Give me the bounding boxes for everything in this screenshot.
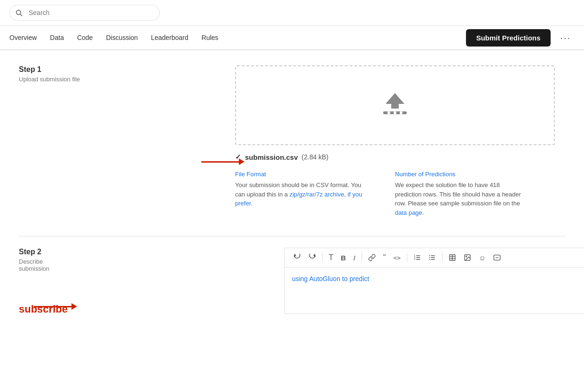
svg-text:3: 3: [414, 258, 415, 260]
step1-sublabel: Upload submission file: [19, 76, 235, 83]
nav-links: Overview Data Code Discussion Leaderboar…: [9, 26, 466, 49]
step2-right: T B I " <> 123: [68, 248, 584, 314]
main-content: Step 1 Upload submission file: [0, 50, 584, 349]
section-divider: [19, 236, 565, 236]
search-icon-wrap: [9, 5, 160, 21]
svg-point-16: [429, 255, 430, 256]
nav-bar: Overview Data Code Discussion Leaderboar…: [0, 26, 584, 50]
predictions-col: Number of Predictions We expect the solu…: [395, 171, 527, 217]
svg-point-17: [429, 257, 430, 258]
file-size: (2.84 kB): [302, 153, 329, 161]
toolbar-redo[interactable]: [305, 251, 319, 264]
toolbar-code[interactable]: <>: [390, 252, 404, 264]
upload-icon: [379, 91, 411, 120]
step2-row: Step 2 Describe submission subscribe: [19, 248, 565, 315]
nav-link-code[interactable]: Code: [77, 26, 93, 49]
toolbar-image[interactable]: [460, 251, 474, 264]
file-format-col: File Format Your submission should be in…: [235, 171, 367, 217]
step1-arrow: [201, 158, 245, 165]
file-name: submission.csv: [245, 153, 298, 161]
nav-link-leaderboard[interactable]: Leaderboard: [151, 26, 188, 49]
toolbar-embed[interactable]: [490, 251, 504, 264]
search-input[interactable]: [9, 5, 160, 21]
toolbar-undo[interactable]: [290, 251, 304, 264]
step1-right: ✓ submission.csv (2.84 kB) File Format Y…: [235, 65, 565, 217]
svg-marker-2: [386, 93, 404, 109]
toolbar-table[interactable]: [445, 251, 459, 264]
nav-right: Submit Predictions ···: [466, 29, 575, 47]
svg-point-5: [394, 111, 396, 114]
nav-link-rules[interactable]: Rules: [202, 26, 219, 49]
file-format-title: File Format: [235, 171, 367, 178]
toolbar-unordered-list[interactable]: [425, 251, 439, 264]
toolbar-italic[interactable]: I: [350, 251, 359, 264]
step2-sublabel: Describe submission: [19, 258, 68, 272]
toolbar-bold[interactable]: B: [338, 251, 349, 264]
svg-point-6: [400, 111, 402, 114]
toolbar-divider-3: [407, 253, 407, 262]
step2-arrow-head: [71, 303, 77, 310]
svg-point-4: [387, 111, 390, 114]
step1-left: Step 1 Upload submission file: [19, 65, 235, 90]
svg-line-1: [20, 14, 22, 16]
file-format-text: Your submission should be in CSV format.…: [235, 180, 367, 208]
toolbar-link[interactable]: [365, 251, 379, 264]
editor-toolbar: T B I " <> 123: [284, 248, 584, 267]
toolbar-emoji[interactable]: ☺: [475, 251, 489, 264]
toolbar-divider-2: [362, 253, 362, 262]
toolbar-quote[interactable]: ": [380, 251, 389, 264]
more-options-button[interactable]: ···: [556, 31, 575, 45]
nav-link-data[interactable]: Data: [50, 26, 64, 49]
predictions-text: We expect the solution file to have 418 …: [395, 180, 527, 217]
step1-section: Step 1 Upload submission file: [19, 65, 565, 217]
step1-label: Step 1: [19, 65, 235, 74]
data-page-link[interactable]: data page: [395, 209, 422, 216]
step2-section: Step 2 Describe submission subscribe: [19, 248, 565, 315]
nav-link-overview[interactable]: Overview: [9, 26, 37, 49]
step1-arrow-line: [201, 161, 239, 163]
step1-row: Step 1 Upload submission file: [19, 65, 565, 217]
predictions-title: Number of Predictions: [395, 171, 527, 178]
search-icon: [15, 9, 23, 16]
step2-label: Step 2: [19, 248, 68, 256]
submit-predictions-button[interactable]: Submit Predictions: [466, 29, 551, 47]
svg-point-24: [466, 256, 467, 257]
info-columns: File Format Your submission should be in…: [235, 171, 565, 217]
toolbar-ordered-list[interactable]: 123: [410, 251, 424, 264]
step1-arrow-head: [239, 158, 245, 165]
file-info-row: ✓ submission.csv (2.84 kB): [235, 153, 565, 161]
editor-content: using AutoGluon to predict: [292, 275, 369, 282]
step2-arrow-line: [34, 306, 71, 307]
toolbar-divider-1: [322, 253, 323, 262]
upload-dropzone[interactable]: [235, 65, 555, 145]
svg-point-18: [429, 259, 430, 260]
step2-left: Step 2 Describe submission subscribe: [19, 248, 68, 315]
step2-arrow: [34, 303, 77, 310]
nav-link-discussion[interactable]: Discussion: [106, 26, 138, 49]
toolbar-text[interactable]: T: [325, 251, 337, 264]
toolbar-divider-4: [442, 253, 442, 262]
editor-area[interactable]: using AutoGluon to predict: [284, 267, 584, 314]
search-bar: [0, 0, 584, 26]
